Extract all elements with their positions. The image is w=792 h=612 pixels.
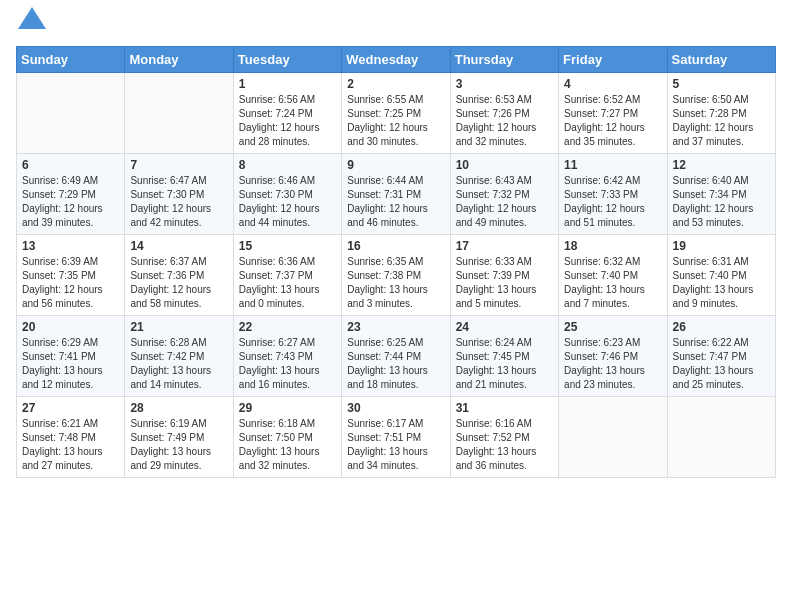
day-number: 14 bbox=[130, 239, 227, 253]
calendar-cell: 24Sunrise: 6:24 AM Sunset: 7:45 PM Dayli… bbox=[450, 316, 558, 397]
day-info: Sunrise: 6:24 AM Sunset: 7:45 PM Dayligh… bbox=[456, 336, 553, 392]
calendar-cell: 16Sunrise: 6:35 AM Sunset: 7:38 PM Dayli… bbox=[342, 235, 450, 316]
day-info: Sunrise: 6:28 AM Sunset: 7:42 PM Dayligh… bbox=[130, 336, 227, 392]
calendar-cell: 9Sunrise: 6:44 AM Sunset: 7:31 PM Daylig… bbox=[342, 154, 450, 235]
day-number: 18 bbox=[564, 239, 661, 253]
day-number: 20 bbox=[22, 320, 119, 334]
day-number: 13 bbox=[22, 239, 119, 253]
calendar-week-row: 27Sunrise: 6:21 AM Sunset: 7:48 PM Dayli… bbox=[17, 397, 776, 478]
page-header bbox=[16, 16, 776, 38]
calendar-cell bbox=[17, 73, 125, 154]
calendar-cell: 29Sunrise: 6:18 AM Sunset: 7:50 PM Dayli… bbox=[233, 397, 341, 478]
day-info: Sunrise: 6:17 AM Sunset: 7:51 PM Dayligh… bbox=[347, 417, 444, 473]
calendar-cell: 27Sunrise: 6:21 AM Sunset: 7:48 PM Dayli… bbox=[17, 397, 125, 478]
day-info: Sunrise: 6:44 AM Sunset: 7:31 PM Dayligh… bbox=[347, 174, 444, 230]
day-number: 8 bbox=[239, 158, 336, 172]
calendar-cell: 2Sunrise: 6:55 AM Sunset: 7:25 PM Daylig… bbox=[342, 73, 450, 154]
day-number: 16 bbox=[347, 239, 444, 253]
logo bbox=[16, 16, 46, 38]
day-info: Sunrise: 6:56 AM Sunset: 7:24 PM Dayligh… bbox=[239, 93, 336, 149]
calendar-week-row: 1Sunrise: 6:56 AM Sunset: 7:24 PM Daylig… bbox=[17, 73, 776, 154]
calendar-week-row: 13Sunrise: 6:39 AM Sunset: 7:35 PM Dayli… bbox=[17, 235, 776, 316]
day-info: Sunrise: 6:43 AM Sunset: 7:32 PM Dayligh… bbox=[456, 174, 553, 230]
calendar-cell: 13Sunrise: 6:39 AM Sunset: 7:35 PM Dayli… bbox=[17, 235, 125, 316]
calendar-cell: 4Sunrise: 6:52 AM Sunset: 7:27 PM Daylig… bbox=[559, 73, 667, 154]
weekday-header-tuesday: Tuesday bbox=[233, 47, 341, 73]
day-number: 3 bbox=[456, 77, 553, 91]
day-number: 12 bbox=[673, 158, 770, 172]
day-info: Sunrise: 6:37 AM Sunset: 7:36 PM Dayligh… bbox=[130, 255, 227, 311]
day-number: 9 bbox=[347, 158, 444, 172]
day-info: Sunrise: 6:39 AM Sunset: 7:35 PM Dayligh… bbox=[22, 255, 119, 311]
day-info: Sunrise: 6:53 AM Sunset: 7:26 PM Dayligh… bbox=[456, 93, 553, 149]
calendar-cell bbox=[125, 73, 233, 154]
day-info: Sunrise: 6:49 AM Sunset: 7:29 PM Dayligh… bbox=[22, 174, 119, 230]
calendar-cell: 26Sunrise: 6:22 AM Sunset: 7:47 PM Dayli… bbox=[667, 316, 775, 397]
weekday-header-monday: Monday bbox=[125, 47, 233, 73]
calendar-cell: 12Sunrise: 6:40 AM Sunset: 7:34 PM Dayli… bbox=[667, 154, 775, 235]
calendar-cell: 22Sunrise: 6:27 AM Sunset: 7:43 PM Dayli… bbox=[233, 316, 341, 397]
weekday-header-wednesday: Wednesday bbox=[342, 47, 450, 73]
calendar-cell: 25Sunrise: 6:23 AM Sunset: 7:46 PM Dayli… bbox=[559, 316, 667, 397]
day-info: Sunrise: 6:35 AM Sunset: 7:38 PM Dayligh… bbox=[347, 255, 444, 311]
calendar-cell: 3Sunrise: 6:53 AM Sunset: 7:26 PM Daylig… bbox=[450, 73, 558, 154]
weekday-header-saturday: Saturday bbox=[667, 47, 775, 73]
weekday-header-sunday: Sunday bbox=[17, 47, 125, 73]
logo-icon bbox=[18, 7, 46, 29]
weekday-header-friday: Friday bbox=[559, 47, 667, 73]
day-info: Sunrise: 6:27 AM Sunset: 7:43 PM Dayligh… bbox=[239, 336, 336, 392]
day-number: 28 bbox=[130, 401, 227, 415]
day-info: Sunrise: 6:47 AM Sunset: 7:30 PM Dayligh… bbox=[130, 174, 227, 230]
calendar-cell bbox=[667, 397, 775, 478]
day-number: 4 bbox=[564, 77, 661, 91]
day-info: Sunrise: 6:19 AM Sunset: 7:49 PM Dayligh… bbox=[130, 417, 227, 473]
calendar-cell: 17Sunrise: 6:33 AM Sunset: 7:39 PM Dayli… bbox=[450, 235, 558, 316]
day-info: Sunrise: 6:46 AM Sunset: 7:30 PM Dayligh… bbox=[239, 174, 336, 230]
day-number: 11 bbox=[564, 158, 661, 172]
calendar-cell: 18Sunrise: 6:32 AM Sunset: 7:40 PM Dayli… bbox=[559, 235, 667, 316]
day-info: Sunrise: 6:50 AM Sunset: 7:28 PM Dayligh… bbox=[673, 93, 770, 149]
svg-marker-0 bbox=[18, 7, 46, 29]
day-number: 31 bbox=[456, 401, 553, 415]
calendar-cell: 11Sunrise: 6:42 AM Sunset: 7:33 PM Dayli… bbox=[559, 154, 667, 235]
day-info: Sunrise: 6:22 AM Sunset: 7:47 PM Dayligh… bbox=[673, 336, 770, 392]
calendar-cell: 5Sunrise: 6:50 AM Sunset: 7:28 PM Daylig… bbox=[667, 73, 775, 154]
day-info: Sunrise: 6:25 AM Sunset: 7:44 PM Dayligh… bbox=[347, 336, 444, 392]
calendar-cell: 23Sunrise: 6:25 AM Sunset: 7:44 PM Dayli… bbox=[342, 316, 450, 397]
day-number: 25 bbox=[564, 320, 661, 334]
day-info: Sunrise: 6:31 AM Sunset: 7:40 PM Dayligh… bbox=[673, 255, 770, 311]
day-info: Sunrise: 6:21 AM Sunset: 7:48 PM Dayligh… bbox=[22, 417, 119, 473]
day-number: 7 bbox=[130, 158, 227, 172]
day-number: 27 bbox=[22, 401, 119, 415]
day-number: 29 bbox=[239, 401, 336, 415]
day-number: 19 bbox=[673, 239, 770, 253]
calendar-cell: 19Sunrise: 6:31 AM Sunset: 7:40 PM Dayli… bbox=[667, 235, 775, 316]
day-info: Sunrise: 6:23 AM Sunset: 7:46 PM Dayligh… bbox=[564, 336, 661, 392]
day-info: Sunrise: 6:18 AM Sunset: 7:50 PM Dayligh… bbox=[239, 417, 336, 473]
day-number: 22 bbox=[239, 320, 336, 334]
calendar-week-row: 6Sunrise: 6:49 AM Sunset: 7:29 PM Daylig… bbox=[17, 154, 776, 235]
day-number: 30 bbox=[347, 401, 444, 415]
calendar-cell: 30Sunrise: 6:17 AM Sunset: 7:51 PM Dayli… bbox=[342, 397, 450, 478]
calendar-week-row: 20Sunrise: 6:29 AM Sunset: 7:41 PM Dayli… bbox=[17, 316, 776, 397]
day-number: 26 bbox=[673, 320, 770, 334]
day-info: Sunrise: 6:29 AM Sunset: 7:41 PM Dayligh… bbox=[22, 336, 119, 392]
day-number: 24 bbox=[456, 320, 553, 334]
calendar-cell bbox=[559, 397, 667, 478]
day-number: 1 bbox=[239, 77, 336, 91]
calendar-header-row: SundayMondayTuesdayWednesdayThursdayFrid… bbox=[17, 47, 776, 73]
day-number: 2 bbox=[347, 77, 444, 91]
calendar-cell: 8Sunrise: 6:46 AM Sunset: 7:30 PM Daylig… bbox=[233, 154, 341, 235]
day-number: 21 bbox=[130, 320, 227, 334]
calendar-cell: 28Sunrise: 6:19 AM Sunset: 7:49 PM Dayli… bbox=[125, 397, 233, 478]
calendar-cell: 20Sunrise: 6:29 AM Sunset: 7:41 PM Dayli… bbox=[17, 316, 125, 397]
calendar-cell: 15Sunrise: 6:36 AM Sunset: 7:37 PM Dayli… bbox=[233, 235, 341, 316]
day-number: 5 bbox=[673, 77, 770, 91]
day-info: Sunrise: 6:36 AM Sunset: 7:37 PM Dayligh… bbox=[239, 255, 336, 311]
calendar-cell: 21Sunrise: 6:28 AM Sunset: 7:42 PM Dayli… bbox=[125, 316, 233, 397]
day-info: Sunrise: 6:33 AM Sunset: 7:39 PM Dayligh… bbox=[456, 255, 553, 311]
calendar-cell: 10Sunrise: 6:43 AM Sunset: 7:32 PM Dayli… bbox=[450, 154, 558, 235]
calendar-table: SundayMondayTuesdayWednesdayThursdayFrid… bbox=[16, 46, 776, 478]
day-info: Sunrise: 6:40 AM Sunset: 7:34 PM Dayligh… bbox=[673, 174, 770, 230]
weekday-header-thursday: Thursday bbox=[450, 47, 558, 73]
